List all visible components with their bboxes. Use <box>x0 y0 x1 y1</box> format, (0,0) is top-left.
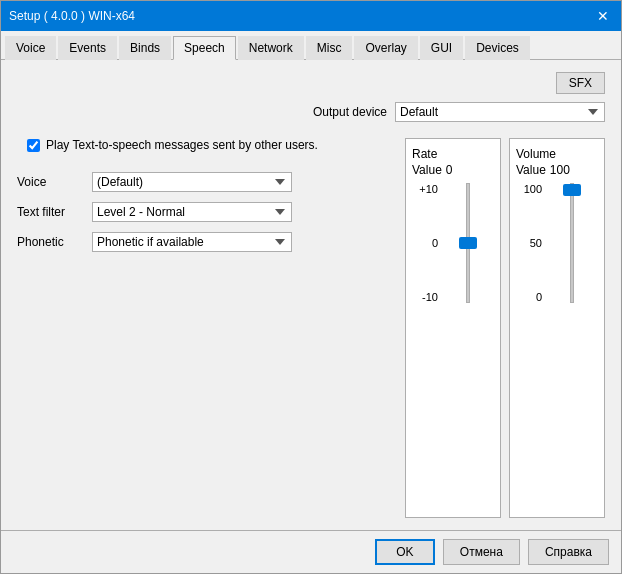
tts-checkbox-row: Play Text-to-speech messages sent by oth… <box>27 138 397 152</box>
help-button[interactable]: Справка <box>528 539 609 565</box>
phonetic-select[interactable]: Phonetic if available Always Never <box>92 232 292 252</box>
volume-mid-label: 50 <box>516 237 542 249</box>
output-device-row: Output device Default Speakers Headphone… <box>17 102 605 122</box>
volume-slider-labels: 100 50 0 <box>516 183 546 303</box>
close-button[interactable]: ✕ <box>593 6 613 26</box>
output-device-label: Output device <box>313 105 387 119</box>
tab-binds[interactable]: Binds <box>119 36 171 60</box>
tab-misc[interactable]: Misc <box>306 36 353 60</box>
tab-bar: Voice Events Binds Speech Network Misc O… <box>1 31 621 60</box>
volume-max-label: 100 <box>516 183 542 195</box>
rate-thumb[interactable] <box>459 237 477 249</box>
ok-button[interactable]: OK <box>375 539 435 565</box>
rate-slider-box: Rate Value 0 +10 0 -10 <box>405 138 501 518</box>
tts-checkbox[interactable] <box>27 139 40 152</box>
tab-gui[interactable]: GUI <box>420 36 463 60</box>
right-panel: Rate Value 0 +10 0 -10 <box>405 138 605 518</box>
rate-slider-container: +10 0 -10 <box>412 183 494 303</box>
rate-max-label: +10 <box>412 183 438 195</box>
window-title: Setup ( 4.0.0 ) WIN-x64 <box>9 9 135 23</box>
output-device-select[interactable]: Default Speakers Headphones <box>395 102 605 122</box>
tts-label: Play Text-to-speech messages sent by oth… <box>46 138 318 152</box>
text-filter-label: Text filter <box>17 205 92 219</box>
content-area: SFX Output device Default Speakers Headp… <box>1 60 621 530</box>
rate-track-area[interactable] <box>442 183 494 303</box>
top-row: SFX <box>17 72 605 94</box>
voice-label: Voice <box>17 175 92 189</box>
volume-slider-container: 100 50 0 <box>516 183 598 303</box>
volume-value-label: Value <box>516 163 546 177</box>
main-window: Setup ( 4.0.0 ) WIN-x64 ✕ Voice Events B… <box>0 0 622 574</box>
tab-voice[interactable]: Voice <box>5 36 56 60</box>
volume-min-label: 0 <box>516 291 542 303</box>
tab-network[interactable]: Network <box>238 36 304 60</box>
left-panel: Play Text-to-speech messages sent by oth… <box>17 138 397 518</box>
rate-min-label: -10 <box>412 291 438 303</box>
tab-events[interactable]: Events <box>58 36 117 60</box>
rate-value: 0 <box>446 163 453 177</box>
volume-track <box>570 183 574 303</box>
text-filter-select[interactable]: Level 1 - Low Level 2 - Normal Level 3 -… <box>92 202 292 222</box>
sfx-button[interactable]: SFX <box>556 72 605 94</box>
tab-overlay[interactable]: Overlay <box>354 36 417 60</box>
volume-value-row: Value 100 <box>516 163 598 177</box>
rate-track <box>466 183 470 303</box>
voice-row: Voice (Default) <box>17 172 397 192</box>
rate-title: Rate <box>412 147 437 161</box>
volume-slider-box: Volume Value 100 100 50 0 <box>509 138 605 518</box>
voice-select[interactable]: (Default) <box>92 172 292 192</box>
volume-track-area[interactable] <box>546 183 598 303</box>
cancel-button[interactable]: Отмена <box>443 539 520 565</box>
rate-value-label: Value <box>412 163 442 177</box>
phonetic-label: Phonetic <box>17 235 92 249</box>
bottom-bar: OK Отмена Справка <box>1 530 621 573</box>
main-area: Play Text-to-speech messages sent by oth… <box>17 138 605 518</box>
rate-value-row: Value 0 <box>412 163 494 177</box>
title-bar: Setup ( 4.0.0 ) WIN-x64 ✕ <box>1 1 621 31</box>
volume-thumb[interactable] <box>563 184 581 196</box>
rate-slider-labels: +10 0 -10 <box>412 183 442 303</box>
tab-speech[interactable]: Speech <box>173 36 236 60</box>
volume-value: 100 <box>550 163 570 177</box>
rate-mid-label: 0 <box>412 237 438 249</box>
phonetic-row: Phonetic Phonetic if available Always Ne… <box>17 232 397 252</box>
tab-devices[interactable]: Devices <box>465 36 530 60</box>
text-filter-row: Text filter Level 1 - Low Level 2 - Norm… <box>17 202 397 222</box>
form-rows: Voice (Default) Text filter Level 1 - Lo… <box>17 172 397 252</box>
volume-title: Volume <box>516 147 556 161</box>
